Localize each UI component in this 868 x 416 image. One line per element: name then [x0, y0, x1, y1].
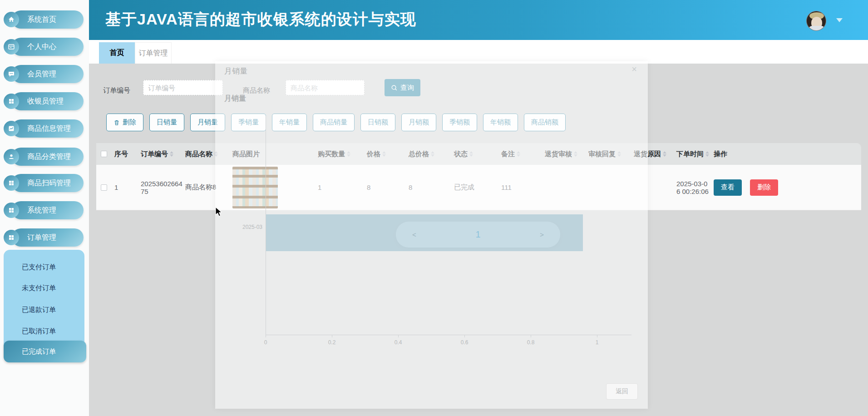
home-icon: [4, 12, 19, 27]
tab-order-management[interactable]: 订单管理: [135, 42, 172, 64]
grid-icon: [4, 94, 19, 109]
cell-index: 1: [114, 183, 141, 191]
chat-icon: [4, 66, 19, 82]
sidebar-item-label: 商品信息管理: [12, 119, 84, 138]
col-order-no[interactable]: 订单编号: [141, 150, 185, 158]
sidebar-item-label: 系统首页: [12, 10, 84, 29]
col-order-time[interactable]: 下单时间: [676, 150, 714, 158]
app-header: 基于JAVA语言的超市收银系统的设计与实现: [89, 0, 868, 40]
chart-icon: [4, 121, 19, 136]
axis-tick: [266, 335, 266, 337]
sort-icon[interactable]: [705, 151, 709, 157]
axis-tick-label: 0.2: [328, 339, 336, 346]
page-title: 基于JAVA语言的超市收银系统的设计与实现: [105, 9, 416, 30]
sidebar-item-label: 收银员管理: [12, 92, 84, 110]
sort-icon[interactable]: [663, 151, 666, 157]
grid-icon: [4, 203, 19, 218]
axis-tick: [332, 335, 332, 337]
monthly-sales-dialog: 月销量 × 月销量 2025-03 0 0.2 0.4 0.6 0.8 1 返回: [215, 61, 648, 409]
chart-category-label: 2025-03: [235, 224, 262, 230]
col-actions: 操作: [714, 150, 861, 158]
order-no-label: 订单编号: [103, 86, 130, 95]
axis-tick: [398, 335, 399, 337]
view-button[interactable]: 查看: [714, 179, 742, 196]
trash-icon: [113, 119, 120, 126]
sidebar-item-label: 商品分类管理: [12, 148, 84, 166]
sidebar: 系统首页 个人中心 会员管理 收银员管理 商品信息管理: [0, 0, 89, 416]
chart-title: 月销量: [224, 94, 246, 104]
chart-bar-2025-03: [266, 214, 583, 251]
tab-bar: 首页 订单管理: [89, 40, 868, 64]
order-no-input[interactable]: [143, 80, 223, 95]
back-button[interactable]: 返回: [606, 383, 638, 400]
app-window: 基于JAVA语言的超市收银系统的设计与实现 系统首页 个人中心 会员管理: [0, 0, 868, 416]
chart-x-axis: [266, 335, 631, 335]
delete-selected-label: 删除: [123, 118, 136, 127]
submenu-item-refunded-orders[interactable]: 已退款订单: [4, 300, 84, 320]
dialog-title: 月销量: [224, 66, 247, 76]
submenu-item-completed-orders[interactable]: 已完成订单: [4, 341, 86, 362]
sidebar-item-label: 订单管理: [12, 228, 84, 247]
sidebar-item-product-category[interactable]: 商品分类管理: [0, 148, 89, 166]
sort-icon[interactable]: [170, 151, 173, 157]
sidebar-item-label: 个人中心: [12, 38, 84, 56]
sidebar-item-label: 系统管理: [12, 201, 84, 219]
orders-submenu: 已支付订单 未支付订单 已退款订单 已取消订单 已完成订单: [4, 250, 84, 362]
avatar-art: [809, 26, 825, 31]
col-index: 序号: [114, 150, 141, 158]
grid-icon: [4, 175, 19, 191]
delete-selected-button[interactable]: 删除: [106, 114, 143, 131]
axis-tick-label: 1: [596, 339, 599, 346]
user-icon: [4, 149, 19, 164]
submenu-item-paid-orders[interactable]: 已支付订单: [4, 257, 84, 277]
axis-tick-label: 0.6: [461, 339, 469, 346]
id-card-icon: [4, 39, 19, 54]
submenu-item-unpaid-orders[interactable]: 未支付订单: [4, 278, 84, 298]
sidebar-item-label: 会员管理: [12, 65, 84, 83]
grid-icon: [4, 230, 19, 245]
select-all-checkbox[interactable]: [101, 151, 107, 157]
tab-home[interactable]: 首页: [99, 42, 135, 64]
cell-order-time: 2025-03-06 00:26:06: [676, 180, 714, 195]
row-checkbox[interactable]: [101, 184, 107, 191]
delete-button[interactable]: 删除: [750, 179, 778, 196]
user-menu-caret-icon[interactable]: [836, 18, 843, 22]
user-avatar[interactable]: [806, 11, 826, 31]
sidebar-item-home[interactable]: 系统首页: [0, 10, 89, 29]
axis-tick-label: 0.4: [395, 339, 402, 346]
axis-tick: [597, 335, 597, 337]
sidebar-item-members[interactable]: 会员管理: [0, 65, 89, 83]
axis-tick-label: 0: [264, 339, 267, 346]
axis-tick: [531, 335, 531, 337]
sidebar-item-product-scan[interactable]: 商品扫码管理: [0, 174, 89, 192]
sidebar-item-label: 商品扫码管理: [12, 174, 84, 192]
chart-y-axis: [266, 116, 266, 335]
sidebar-item-profile[interactable]: 个人中心: [0, 38, 89, 56]
sidebar-item-orders[interactable]: 订单管理: [0, 228, 89, 247]
close-icon[interactable]: ×: [631, 64, 637, 74]
sidebar-item-product-info[interactable]: 商品信息管理: [0, 119, 89, 138]
daily-sales-qty-button[interactable]: 日销量: [149, 114, 184, 131]
submenu-item-cancelled-orders[interactable]: 已取消订单: [4, 321, 84, 341]
axis-tick: [464, 335, 465, 337]
sidebar-item-system[interactable]: 系统管理: [0, 201, 89, 219]
sidebar-item-cashiers[interactable]: 收银员管理: [0, 92, 89, 110]
cell-order-no: 2025360266475: [141, 180, 185, 195]
axis-tick-label: 0.8: [527, 339, 535, 346]
